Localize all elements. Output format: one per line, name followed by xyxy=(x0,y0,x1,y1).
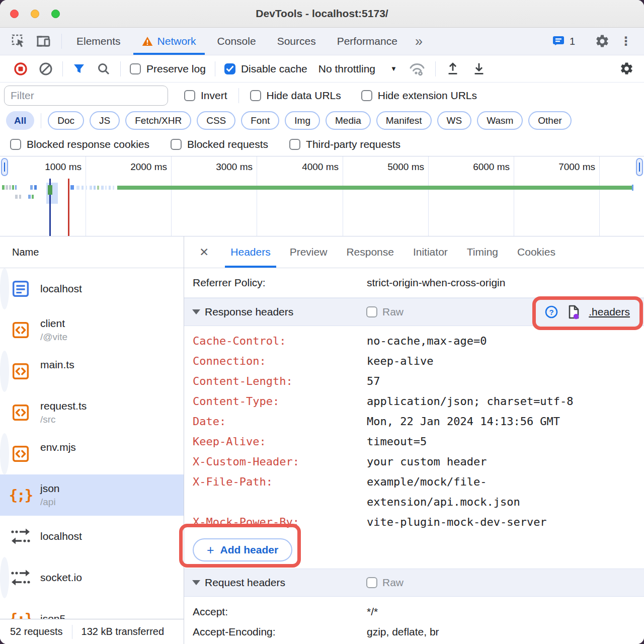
disable-cache-checkbox[interactable]: Disable cache xyxy=(219,63,312,75)
third-party-requests-checkbox[interactable]: Third-party requests xyxy=(284,138,406,150)
request-row-localhost[interactable]: localhost xyxy=(0,268,9,309)
timeline-tick: 4000 ms xyxy=(263,162,339,173)
waterfall-bar xyxy=(15,185,17,190)
import-har-icon[interactable] xyxy=(440,61,466,76)
overview-left-handle[interactable] xyxy=(1,158,8,176)
filter-input[interactable] xyxy=(4,86,168,106)
timeline-gridline xyxy=(171,156,172,236)
type-pill-wasm[interactable]: Wasm xyxy=(477,111,523,130)
type-pill-media[interactable]: Media xyxy=(326,111,371,130)
hide-extension-urls-checkbox[interactable]: Hide extension URLs xyxy=(354,90,484,102)
settings-gear-icon[interactable] xyxy=(590,34,615,49)
tab-bar-right: 1 ⋮ xyxy=(546,28,644,55)
blocked-response-cookies-checkbox[interactable]: Blocked response cookies xyxy=(5,138,154,150)
plus-icon: + xyxy=(207,543,214,557)
section-title: Request headers xyxy=(205,577,285,589)
timeline-gridline xyxy=(428,156,429,236)
request-row-env-mjs[interactable]: env.mjs/@fs/Users/pengzhanb… xyxy=(0,433,9,474)
device-toolbar-icon[interactable] xyxy=(31,28,57,55)
title-bar: DevTools - localhost:5173/ xyxy=(0,0,644,28)
type-pill-font[interactable]: Font xyxy=(241,111,279,130)
invert-checkbox[interactable]: Invert xyxy=(177,90,234,102)
tab-elements[interactable]: Elements xyxy=(66,28,131,55)
checkbox-unchecked xyxy=(361,90,372,101)
kebab-menu-icon[interactable]: ⋮ xyxy=(615,34,637,48)
header-row: X-Custom-Header: your custom header xyxy=(193,452,644,472)
tab-sources[interactable]: Sources xyxy=(267,28,327,55)
waterfall-bar xyxy=(101,186,104,190)
tab-label: Elements xyxy=(76,35,121,47)
header-row: Accept-Language: zh-CN,zh;q=0.9 xyxy=(184,642,644,644)
tab-console[interactable]: Console xyxy=(207,28,267,55)
throttling-value: No throttling xyxy=(318,63,375,75)
type-pill-fetch-xhr[interactable]: Fetch/XHR xyxy=(125,111,191,130)
search-icon[interactable] xyxy=(91,62,116,76)
type-pill-manifest[interactable]: Manifest xyxy=(376,111,432,130)
type-pill-css[interactable]: CSS xyxy=(197,111,235,130)
detail-tab-bar: ✕ Headers Preview Response Initiator Tim… xyxy=(184,236,644,268)
blocked-requests-checkbox[interactable]: Blocked requests xyxy=(166,138,273,150)
more-tabs-icon[interactable]: » xyxy=(408,28,430,55)
clear-network-log-icon[interactable] xyxy=(33,62,58,76)
waterfall-bar xyxy=(15,195,18,199)
toolbar-separator xyxy=(41,113,41,128)
request-raw-checkbox[interactable]: Raw xyxy=(366,577,404,589)
type-pill-ws[interactable]: WS xyxy=(437,111,472,130)
type-pill-other[interactable]: Other xyxy=(528,111,572,130)
toolbar-separator xyxy=(62,61,63,76)
status-separator xyxy=(72,625,72,639)
response-raw-checkbox[interactable]: Raw xyxy=(366,306,404,318)
hide-data-urls-checkbox[interactable]: Hide data URLs xyxy=(243,90,348,102)
export-har-icon[interactable] xyxy=(466,61,492,76)
tab-label: Performance xyxy=(337,35,397,47)
tab-response[interactable]: Response xyxy=(337,236,404,268)
request-row-localhost-ws[interactable]: localhost xyxy=(0,516,184,557)
close-icon[interactable]: ✕ xyxy=(184,236,221,268)
blocked-cookies-label: Blocked response cookies xyxy=(27,138,149,150)
overview-right-handle[interactable] xyxy=(636,158,643,176)
waterfall-bar xyxy=(113,186,114,190)
timeline-tick: 3000 ms xyxy=(177,162,253,173)
response-headers-section[interactable]: Response headers Raw ? xyxy=(184,298,644,326)
throttling-select[interactable]: No throttling ▼ xyxy=(312,63,403,75)
waterfall-bar xyxy=(12,185,14,190)
record-network-log-icon[interactable] xyxy=(8,62,33,76)
header-value: no-cache,max-age=0 xyxy=(367,331,578,351)
warning-icon xyxy=(142,36,153,46)
tab-initiator[interactable]: Initiator xyxy=(404,236,457,268)
raw-label: Raw xyxy=(382,577,404,589)
tab-performance[interactable]: Performance xyxy=(327,28,408,55)
network-conditions-icon[interactable] xyxy=(403,61,431,76)
name-column-header[interactable]: Name xyxy=(0,236,184,268)
type-pill-all[interactable]: All xyxy=(6,111,34,130)
waterfall-bar xyxy=(2,185,5,190)
inspect-element-icon[interactable] xyxy=(6,28,31,55)
tab-timing[interactable]: Timing xyxy=(457,236,508,268)
type-pill-img[interactable]: Img xyxy=(285,111,320,130)
request-row-json-selected[interactable]: {;} json/api xyxy=(0,474,184,516)
add-header-button[interactable]: + Add header xyxy=(193,538,292,561)
type-pill-doc[interactable]: Doc xyxy=(48,111,84,130)
timeline-gridline xyxy=(514,156,514,236)
tab-network[interactable]: Network xyxy=(131,28,207,55)
network-settings-gear-icon[interactable] xyxy=(614,61,644,76)
tab-headers[interactable]: Headers xyxy=(221,236,280,268)
hide-data-urls-label: Hide data URLs xyxy=(267,90,341,102)
tab-cookies[interactable]: Cookies xyxy=(508,236,565,268)
header-key: Content-Length: xyxy=(193,371,367,391)
preserve-log-checkbox[interactable]: Preserve log xyxy=(125,63,211,75)
tab-preview[interactable]: Preview xyxy=(280,236,337,268)
checkbox-unchecked xyxy=(289,139,300,150)
override-file-icon[interactable] xyxy=(566,304,581,319)
filter-icon[interactable] xyxy=(67,62,91,75)
help-icon[interactable]: ? xyxy=(544,305,558,319)
issues-counter[interactable]: 1 xyxy=(546,35,581,47)
request-row-client[interactable]: client/@vite xyxy=(0,309,184,351)
request-row-socket-io[interactable]: socket.io xyxy=(0,557,9,598)
request-row-main-ts[interactable]: main.ts/src xyxy=(0,351,9,392)
headers-file-link[interactable]: .headers xyxy=(589,306,630,318)
request-row-request-ts[interactable]: request.ts/src xyxy=(0,392,184,433)
type-pill-js[interactable]: JS xyxy=(90,111,120,130)
request-headers-section[interactable]: Request headers Raw xyxy=(184,569,644,597)
hide-extension-urls-label: Hide extension URLs xyxy=(378,90,477,102)
